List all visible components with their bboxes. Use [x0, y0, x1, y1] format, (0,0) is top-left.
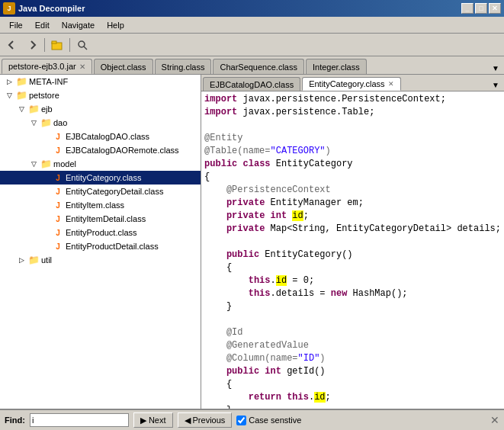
maximize-button[interactable]: □ [475, 3, 487, 14]
code-line-22: public int getId() [204, 365, 501, 378]
folder-metainf-icon: 📁 [15, 75, 27, 88]
tree-item-entityproduct[interactable]: J EntityProduct.class [0, 226, 201, 239]
jar-tab-close[interactable]: ✕ [79, 63, 85, 71]
tree-item-ejb[interactable]: ▽ 📁 ejb [0, 102, 201, 116]
app-title: Java Decompiler [18, 4, 85, 13]
file-tab-object[interactable]: Object.class [94, 59, 153, 74]
open-button[interactable] [48, 37, 66, 53]
jar-tab-label: petstore-ejb3.0.jar [8, 62, 76, 71]
tree-item-util[interactable]: ▷ 📁 util [0, 253, 201, 267]
svg-rect-1 [52, 41, 56, 43]
code-line-16: this.details = new HashMap(); [204, 287, 501, 300]
minimize-button[interactable]: _ [461, 3, 474, 14]
menu-navigate[interactable]: Navigate [56, 19, 101, 31]
tree-label-petstore: petstore [29, 91, 59, 100]
toggle-petstore[interactable]: ▽ [3, 89, 15, 101]
code-tab-entitycategory-close[interactable]: ✕ [388, 80, 394, 88]
forward-button[interactable] [23, 37, 41, 53]
tree-item-entityitem[interactable]: J EntityItem.class [0, 198, 201, 212]
code-line-15: this.id = 0; [204, 274, 501, 287]
toggle-util[interactable]: ▷ [15, 254, 27, 266]
code-tab-entitycategory[interactable]: EntityCategory.class ✕ [302, 77, 400, 91]
svg-line-3 [84, 47, 87, 50]
code-line-23: { [204, 378, 501, 391]
tree-label-ejbcatalogdao: EJBCatalogDAO.class [66, 132, 149, 141]
case-sensitive-checkbox[interactable] [236, 416, 246, 425]
case-sensitive-check[interactable]: Case senstive [236, 416, 301, 425]
folder-util-icon: 📁 [27, 254, 40, 266]
tree-item-ejbcatalogdaoremote[interactable]: J EJBCatalogDAORemote.class [0, 143, 201, 157]
folder-model-icon: 📁 [40, 158, 52, 170]
title-bar-left: J Java Decompiler [3, 2, 85, 14]
tree-label-entityproduct: EntityProduct.class [66, 228, 137, 237]
file-tab-jar[interactable]: petstore-ejb3.0.jar ✕ [2, 59, 92, 74]
tree-item-petstore[interactable]: ▽ 📁 petstore [0, 88, 201, 102]
code-line-12 [204, 236, 501, 249]
tree-label-entitycategory: EntityCategory.class [66, 173, 141, 182]
file-tab-integer[interactable]: Integer.class [306, 59, 367, 74]
menu-bar: File Edit Navigate Help [0, 17, 504, 34]
find-input[interactable] [30, 413, 129, 427]
tree-label-ejbcatalogdaoremote: EJBCatalogDAORemote.class [66, 146, 179, 155]
main-area: ▷ 📁 META-INF ▽ 📁 petstore ▽ 📁 ejb ▽ 📁 da… [0, 75, 504, 409]
code-tabs-dropdown[interactable]: ▼ [489, 79, 502, 91]
previous-button[interactable]: ◀ Previous [178, 412, 233, 428]
tree-label-entitycategorydetail: EntityCategoryDetail.class [66, 187, 163, 196]
code-line-19: @Id [204, 326, 501, 339]
tree-item-ejbcatalogdao[interactable]: J EJBCatalogDAO.class [0, 130, 201, 143]
integer-tab-label: Integer.class [313, 63, 360, 72]
file-tabs: petstore-ejb3.0.jar ✕ Object.class Strin… [0, 56, 504, 75]
title-bar: J Java Decompiler _ □ ✕ [0, 0, 504, 17]
find-bar: Find: ▶ Next ◀ Previous Case senstive ✕ [0, 409, 504, 430]
code-line-18 [204, 313, 501, 326]
toggle-ejb[interactable]: ▽ [15, 103, 27, 115]
toggle-model[interactable]: ▽ [27, 158, 40, 170]
code-line-11: private Map<String, EntityCategoryDetail… [204, 223, 501, 236]
tree-label-metainf: META-INF [29, 77, 68, 86]
code-line-14: { [204, 262, 501, 274]
code-line-9: private EntityManager em; [204, 197, 501, 210]
tree-label-entityproductdetail: EntityProductDetail.class [66, 242, 159, 251]
tree-panel: ▷ 📁 META-INF ▽ 📁 petstore ▽ 📁 ejb ▽ 📁 da… [0, 75, 201, 409]
java-entitycategorydetail-icon: J [52, 185, 64, 197]
code-tab-ejbcatalogdao[interactable]: EJBCatalogDAO.class [203, 77, 300, 91]
title-controls[interactable]: _ □ ✕ [461, 3, 501, 14]
code-line-4: @Entity [204, 132, 501, 145]
tree-item-metainf[interactable]: ▷ 📁 META-INF [0, 75, 201, 88]
tree-item-entitycategory[interactable]: J EntityCategory.class [0, 171, 201, 185]
back-button[interactable] [3, 37, 21, 53]
file-tab-string[interactable]: String.class [155, 59, 212, 74]
tree-label-ejb: ejb [41, 104, 53, 114]
tree-label-entityitem: EntityItem.class [66, 201, 124, 210]
file-tab-charsequence[interactable]: CharSequence.class [213, 59, 304, 74]
tree-item-model[interactable]: ▽ 📁 model [0, 157, 201, 171]
find-close-button[interactable]: ✕ [490, 414, 499, 426]
code-tab-ejbcatalogdao-label: EJBCatalogDAO.class [210, 80, 294, 89]
svg-point-2 [79, 41, 85, 47]
java-entityitemdetail-icon: J [52, 213, 64, 225]
code-line-10: private int id; [204, 210, 501, 223]
java-entitycategory-icon: J [52, 172, 64, 184]
tree-item-entityitemdetail[interactable]: J EntityItemDetail.class [0, 212, 201, 226]
next-button[interactable]: ▶ Next [133, 412, 173, 428]
close-button[interactable]: ✕ [489, 3, 501, 14]
java-entityproductdetail-icon: J [52, 240, 64, 252]
tree-label-dao: dao [53, 118, 67, 127]
code-content[interactable]: import javax.persistence.PersistenceCont… [201, 91, 504, 409]
zoom-btn[interactable] [73, 37, 91, 53]
next-label: Next [149, 416, 166, 425]
code-line-2: import javax.persistence.Table; [204, 106, 501, 119]
file-tabs-dropdown[interactable]: ▼ [489, 63, 502, 74]
menu-file[interactable]: File [3, 19, 29, 31]
case-sensitive-label: Case senstive [249, 416, 301, 425]
code-tab-entitycategory-label: EntityCategory.class [309, 79, 384, 88]
prev-label: Previous [193, 416, 226, 425]
tree-item-entityproductdetail[interactable]: J EntityProductDetail.class [0, 239, 201, 253]
toggle-metainf[interactable]: ▷ [3, 75, 15, 88]
tree-item-entitycategorydetail[interactable]: J EntityCategoryDetail.class [0, 185, 201, 198]
menu-edit[interactable]: Edit [29, 19, 56, 31]
code-tabs: EJBCatalogDAO.class EntityCategory.class… [201, 75, 504, 91]
tree-item-dao[interactable]: ▽ 📁 dao [0, 116, 201, 130]
menu-help[interactable]: Help [101, 19, 130, 31]
toggle-dao[interactable]: ▽ [27, 117, 40, 129]
